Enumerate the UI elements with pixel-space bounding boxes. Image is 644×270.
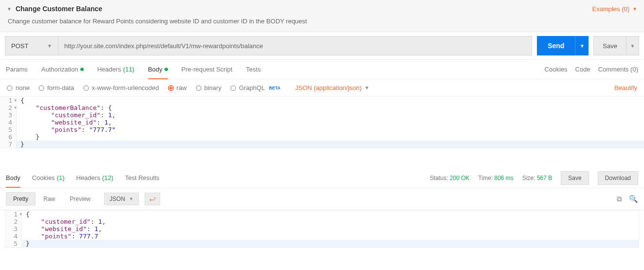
lang-dropdown[interactable]: JSON ▼ — [104, 193, 139, 205]
search-icon[interactable]: 🔍 — [629, 195, 638, 203]
view-raw[interactable]: Raw — [37, 193, 62, 205]
method-dropdown[interactable]: POST ▼ — [5, 36, 58, 55]
wrap-icon: ⮐ — [149, 195, 156, 203]
view-pretty[interactable]: Pretty — [6, 192, 36, 206]
radio-graphql[interactable]: GraphQLBETA — [230, 84, 280, 91]
resp-tab-body[interactable]: Body — [6, 168, 20, 187]
save-dropdown-button[interactable]: ▼ — [626, 36, 639, 55]
view-preview[interactable]: Preview — [63, 193, 97, 205]
beautify-button[interactable]: Beautify — [614, 84, 637, 91]
tab-headers[interactable]: Headers (11) — [97, 60, 134, 79]
request-title: Change Customer Balance — [16, 5, 102, 13]
tab-body[interactable]: Body — [148, 60, 168, 79]
send-dropdown-button[interactable]: ▼ — [575, 36, 589, 55]
time-value: 806 ms — [495, 175, 514, 181]
time-label: Time: — [478, 175, 493, 181]
request-description: Change customer balance for Reward Point… — [7, 13, 637, 28]
caret-down-icon: ▼ — [365, 85, 369, 90]
response-body-viewer[interactable]: 1▼{ 2 "customer_id": 1, 3 "website_id": … — [5, 210, 639, 248]
download-button[interactable]: Download — [598, 171, 638, 185]
tab-prerequest[interactable]: Pre-request Script — [182, 60, 233, 79]
resp-tab-cookies[interactable]: Cookies (1) — [32, 168, 65, 187]
dot-icon — [80, 68, 84, 71]
link-cookies[interactable]: Cookies — [545, 66, 568, 73]
url-value: http://your.site.com/index.php/rest/defa… — [64, 42, 263, 50]
save-button[interactable]: Save — [593, 36, 626, 55]
request-body-editor[interactable]: 1▼{ 2▼ "customerBalance": { 3 "customer_… — [0, 97, 644, 148]
radio-form-data[interactable]: form-data — [38, 84, 74, 91]
dot-icon — [165, 68, 168, 71]
wrap-toggle-button[interactable]: ⮐ — [145, 193, 160, 205]
caret-down-icon: ▼ — [47, 43, 52, 49]
copy-icon[interactable]: ⧉ — [617, 195, 622, 203]
caret-down-icon: ▼ — [580, 43, 585, 49]
radio-none[interactable]: none — [7, 84, 30, 91]
resp-tab-tests[interactable]: Test Results — [125, 168, 160, 187]
content-type-dropdown[interactable]: JSON (application/json) ▼ — [295, 84, 369, 91]
tab-params[interactable]: Params — [6, 60, 28, 79]
collapse-icon[interactable]: ▼ — [7, 6, 12, 12]
size-value: 567 B — [537, 175, 552, 181]
radio-binary[interactable]: binary — [196, 84, 221, 91]
caret-down-icon: ▼ — [630, 43, 635, 49]
caret-down-icon: ▼ — [632, 6, 637, 12]
size-label: Size: — [522, 175, 535, 181]
status-label: Status: — [430, 175, 448, 181]
status-value: 200 OK — [450, 175, 470, 181]
examples-dropdown[interactable]: Examples (0) ▼ — [592, 5, 637, 13]
link-code[interactable]: Code — [575, 66, 590, 73]
caret-down-icon: ▼ — [129, 197, 133, 201]
method-value: POST — [11, 42, 28, 50]
send-button[interactable]: Send — [537, 36, 575, 55]
tab-tests[interactable]: Tests — [246, 60, 260, 79]
link-comments[interactable]: Comments (0) — [598, 66, 638, 73]
resp-tab-headers[interactable]: Headers (12) — [76, 168, 113, 187]
examples-label: Examples (0) — [592, 5, 630, 13]
radio-raw[interactable]: raw — [168, 84, 187, 91]
url-input[interactable]: http://your.site.com/index.php/rest/defa… — [58, 36, 532, 55]
radio-xwww[interactable]: x-www-form-urlencoded — [83, 84, 159, 91]
tab-authorization[interactable]: Authorization — [41, 60, 84, 79]
save-response-button[interactable]: Save — [561, 171, 589, 185]
